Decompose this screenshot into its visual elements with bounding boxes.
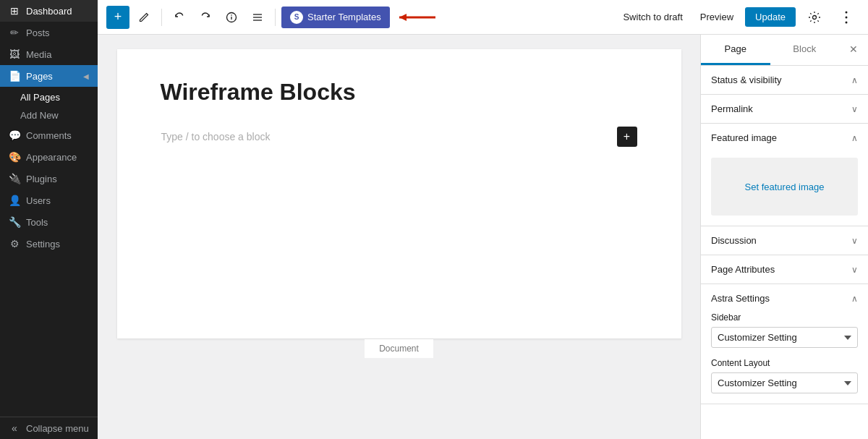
appearance-icon: 🎨 bbox=[9, 151, 20, 163]
plus-icon: + bbox=[114, 9, 122, 25]
toolbar-right-actions: Switch to draft Preview Update bbox=[617, 4, 859, 30]
editor-page: Wireframe Blocks Type / to choose a bloc… bbox=[117, 49, 681, 338]
sidebar-sub-all-pages[interactable]: All Pages bbox=[0, 88, 98, 106]
redo-arrow bbox=[207, 14, 209, 17]
sidebar-item-pages[interactable]: 📄 Pages ◀ bbox=[0, 65, 98, 87]
update-button[interactable]: Update bbox=[745, 7, 796, 27]
status-visibility-header[interactable]: Status & visibility ∧ bbox=[701, 66, 868, 94]
info-button[interactable] bbox=[220, 6, 243, 29]
undo-arrow bbox=[176, 14, 178, 17]
sidebar-item-users[interactable]: 👤 Users bbox=[0, 189, 98, 211]
sidebar-item-media[interactable]: 🖼 Media bbox=[0, 43, 98, 65]
users-icon: 👤 bbox=[9, 195, 20, 206]
more-options-button[interactable] bbox=[833, 4, 859, 30]
featured-image-chevron: ∧ bbox=[851, 133, 858, 143]
editor-area: Wireframe Blocks Type / to choose a bloc… bbox=[98, 35, 868, 439]
content-layout-select[interactable]: Customizer Setting Full Width Boxed Narr… bbox=[711, 372, 858, 393]
undo-icon bbox=[174, 12, 185, 23]
media-icon: 🖼 bbox=[9, 48, 20, 60]
switch-to-draft-button[interactable]: Switch to draft bbox=[617, 7, 688, 27]
permalink-header[interactable]: Permalink ∨ bbox=[701, 95, 868, 123]
document-bar: Document bbox=[365, 338, 433, 358]
starter-templates-button[interactable]: S Starter Templates bbox=[281, 7, 390, 28]
content-layout-label: Content Layout bbox=[711, 358, 858, 368]
discussion-label: Discussion bbox=[711, 235, 757, 246]
sidebar-item-label: Users bbox=[26, 195, 51, 206]
sidebar-item-settings[interactable]: ⚙ Settings bbox=[0, 233, 98, 255]
sidebar-item-plugins[interactable]: 🔌 Plugins bbox=[0, 168, 98, 189]
tab-page[interactable]: Page bbox=[701, 35, 770, 65]
svg-point-9 bbox=[846, 11, 848, 13]
page-attributes-section: Page Attributes ∨ bbox=[701, 255, 868, 284]
editor-toolbar: + bbox=[98, 0, 868, 35]
svg-point-11 bbox=[846, 21, 848, 23]
sidebar-item-label: Dashboard bbox=[26, 6, 72, 17]
sidebar-item-appearance[interactable]: 🎨 Appearance bbox=[0, 146, 98, 168]
starter-templates-logo: S bbox=[290, 11, 303, 24]
sidebar-item-label: Media bbox=[26, 49, 51, 60]
main-content: + bbox=[98, 0, 868, 439]
page-attributes-chevron: ∨ bbox=[851, 265, 858, 275]
astra-settings-header[interactable]: Astra Settings ∧ bbox=[701, 284, 868, 312]
close-icon: ✕ bbox=[849, 43, 858, 55]
redo-button[interactable] bbox=[194, 6, 217, 29]
preview-label: Preview bbox=[700, 12, 733, 22]
featured-image-placeholder[interactable]: Set featured image bbox=[711, 158, 858, 216]
pencil-icon bbox=[138, 12, 150, 23]
update-label: Update bbox=[755, 12, 786, 22]
featured-image-header[interactable]: Featured image ∧ bbox=[701, 124, 868, 152]
page-attributes-header[interactable]: Page Attributes ∨ bbox=[701, 255, 868, 284]
discussion-header[interactable]: Discussion ∨ bbox=[701, 226, 868, 255]
collapse-icon: « bbox=[9, 422, 20, 434]
sidebar-item-label: Pages bbox=[26, 71, 53, 82]
edit-mode-button[interactable] bbox=[132, 6, 156, 29]
add-block-inline-button[interactable]: + bbox=[617, 127, 637, 147]
list-icon bbox=[252, 12, 263, 23]
arrow-indicator bbox=[396, 10, 439, 25]
sidebar-select[interactable]: Customizer Setting Left Sidebar Right Si… bbox=[711, 327, 858, 348]
sidebar-item-comments[interactable]: 💬 Comments bbox=[0, 124, 98, 146]
dashboard-icon: ⊞ bbox=[9, 5, 20, 17]
pages-arrow-icon: ◀ bbox=[83, 72, 89, 80]
sidebar-item-dashboard[interactable]: ⊞ Dashboard bbox=[0, 0, 98, 22]
toolbar-separator-2 bbox=[275, 9, 276, 26]
undo-button[interactable] bbox=[168, 6, 191, 29]
svg-marker-7 bbox=[399, 14, 407, 21]
list-view-button[interactable] bbox=[246, 6, 269, 29]
collapse-menu: « Collapse menu bbox=[0, 417, 98, 439]
svg-point-8 bbox=[813, 15, 817, 19]
astra-settings-label: Astra Settings bbox=[711, 293, 770, 304]
astra-settings-section: Astra Settings ∧ Sidebar Customizer Sett… bbox=[701, 284, 868, 404]
settings-nav-icon: ⚙ bbox=[9, 238, 20, 250]
switch-draft-label: Switch to draft bbox=[623, 12, 682, 22]
collapse-menu-btn[interactable]: « Collapse menu bbox=[0, 417, 98, 439]
toolbar-separator bbox=[161, 9, 162, 26]
sidebar-sub-add-new[interactable]: Add New bbox=[0, 106, 98, 124]
sidebar-item-label: Posts bbox=[26, 27, 50, 38]
sidebar: ⊞ Dashboard ✏ Posts 🖼 Media 📄 Pages ◀ Al… bbox=[0, 0, 98, 439]
redo-icon bbox=[200, 12, 211, 23]
sidebar-item-posts[interactable]: ✏ Posts bbox=[0, 22, 98, 43]
set-featured-image-text: Set featured image bbox=[745, 182, 825, 192]
panel-settings-button[interactable] bbox=[801, 4, 827, 30]
posts-icon: ✏ bbox=[9, 27, 20, 38]
comments-icon: 💬 bbox=[9, 129, 20, 141]
permalink-label: Permalink bbox=[711, 103, 753, 114]
status-visibility-section: Status & visibility ∧ bbox=[701, 66, 868, 95]
content-layout-field: Content Layout Customizer Setting Full W… bbox=[701, 358, 868, 404]
sidebar-field: Sidebar Customizer Setting Left Sidebar … bbox=[701, 312, 868, 358]
sidebar-item-tools[interactable]: 🔧 Tools bbox=[0, 211, 98, 233]
pages-icon: 📄 bbox=[9, 70, 20, 82]
sidebar-item-label: Settings bbox=[26, 239, 60, 250]
preview-button[interactable]: Preview bbox=[694, 7, 739, 27]
page-title[interactable]: Wireframe Blocks bbox=[161, 78, 638, 106]
status-visibility-chevron: ∧ bbox=[851, 75, 858, 85]
discussion-chevron: ∨ bbox=[851, 236, 858, 246]
red-arrow-icon bbox=[396, 10, 439, 25]
sidebar-item-label: Tools bbox=[26, 217, 48, 228]
panel-close-button[interactable]: ✕ bbox=[842, 38, 865, 61]
tab-block[interactable]: Block bbox=[770, 35, 840, 65]
add-block-toolbar-button[interactable]: + bbox=[106, 6, 129, 29]
featured-image-label: Featured image bbox=[711, 132, 777, 143]
document-label: Document bbox=[379, 344, 419, 354]
